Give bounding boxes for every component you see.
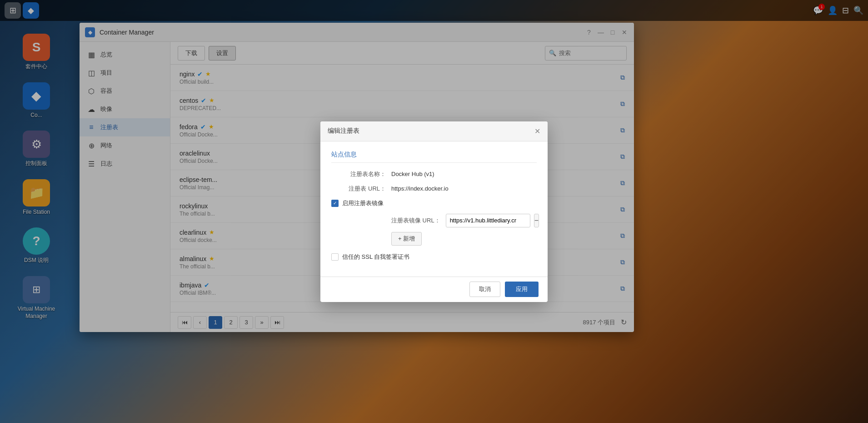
registry-url-value: https://index.docker.io bbox=[391, 185, 537, 192]
remove-mirror-button[interactable]: − bbox=[534, 214, 539, 227]
cancel-button[interactable]: 取消 bbox=[469, 282, 500, 297]
modal-title: 编辑注册表 bbox=[328, 127, 534, 135]
registry-url-label: 注册表 URL： bbox=[331, 185, 386, 193]
add-mirror-button[interactable]: + 新增 bbox=[391, 232, 422, 246]
ssl-label: 信任的 SSL 自我签署证书 bbox=[342, 253, 409, 261]
enable-mirror-row: ✓ 启用注册表镜像 bbox=[331, 199, 537, 207]
registry-url-row: 注册表 URL： https://index.docker.io bbox=[331, 185, 537, 193]
registry-name-row: 注册表名称： Docker Hub (v1) bbox=[331, 170, 537, 178]
modal-close-button[interactable]: ✕ bbox=[534, 127, 540, 136]
mirror-url-input[interactable] bbox=[446, 214, 530, 227]
modal-body: 站点信息 注册表名称： Docker Hub (v1) 注册表 URL： htt… bbox=[320, 141, 548, 277]
registry-name-value: Docker Hub (v1) bbox=[391, 171, 537, 177]
modal-overlay: 编辑注册表 ✕ 站点信息 注册表名称： Docker Hub (v1) 注册表 … bbox=[0, 0, 868, 423]
enable-mirror-label: 启用注册表镜像 bbox=[342, 199, 384, 207]
modal-footer: 取消 应用 bbox=[320, 277, 548, 302]
enable-mirror-checkbox[interactable]: ✓ bbox=[331, 200, 339, 207]
ssl-checkbox[interactable] bbox=[331, 253, 339, 261]
edit-registry-modal: 编辑注册表 ✕ 站点信息 注册表名称： Docker Hub (v1) 注册表 … bbox=[320, 121, 548, 302]
apply-button[interactable]: 应用 bbox=[505, 282, 539, 297]
mirror-url-row: 注册表镜像 URL： − bbox=[391, 214, 537, 227]
add-mirror-row: + 新增 bbox=[391, 232, 537, 246]
mirror-url-label: 注册表镜像 URL： bbox=[391, 217, 440, 225]
modal-header: 编辑注册表 ✕ bbox=[320, 121, 548, 141]
modal-section-title: 站点信息 bbox=[331, 151, 537, 163]
registry-name-label: 注册表名称： bbox=[331, 170, 386, 178]
ssl-checkbox-row: 信任的 SSL 自我签署证书 bbox=[331, 253, 537, 261]
